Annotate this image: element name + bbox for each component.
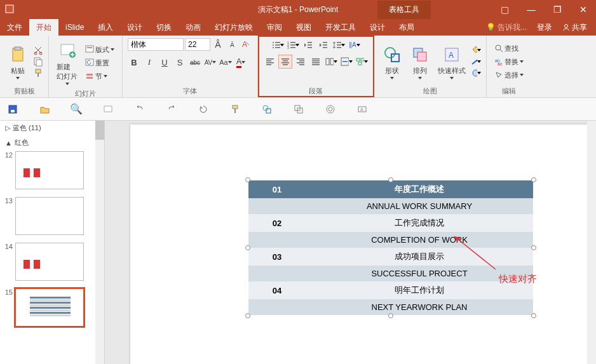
slide-thumb-13[interactable]: 13 <box>0 196 104 241</box>
columns-button[interactable] <box>324 55 338 69</box>
font-size-select[interactable] <box>185 38 210 51</box>
restore-button[interactable]: ❐ <box>545 1 571 18</box>
svg-rect-77 <box>234 109 236 113</box>
qat-redo-icon[interactable] <box>165 103 178 116</box>
selection-handle[interactable] <box>531 245 536 250</box>
tab-animations[interactable]: 动画 <box>179 19 208 36</box>
shape-effects-button[interactable] <box>471 68 481 78</box>
increase-indent-button[interactable] <box>316 38 330 52</box>
tab-table-layout[interactable]: 布局 <box>392 19 421 36</box>
selection-handle[interactable] <box>245 313 250 318</box>
justify-button[interactable] <box>309 55 323 69</box>
change-case-button[interactable]: Aa <box>219 56 232 69</box>
tab-table-design[interactable]: 设计 <box>363 19 392 36</box>
shapes-button[interactable]: 形状 <box>379 42 405 82</box>
canvas-scrollbar[interactable] <box>587 121 596 364</box>
qat-search-icon[interactable]: 🔍 <box>70 103 83 116</box>
tab-view[interactable]: 视图 <box>289 19 318 36</box>
qat-refresh-icon[interactable] <box>197 103 210 116</box>
tell-me[interactable]: 💡 告诉我... <box>481 19 532 36</box>
slide: 01年度工作概述 ANNUAL WORK SUMMARY 02工作完成情况 CO… <box>130 125 596 364</box>
line-spacing-button[interactable] <box>332 38 346 52</box>
find-button[interactable]: 查找 <box>492 43 526 55</box>
slide-thumb-14[interactable]: 14 <box>0 241 104 287</box>
qat-save-icon[interactable] <box>6 103 19 116</box>
copy-button[interactable] <box>33 57 43 67</box>
slide-thumb-12[interactable]: 12 <box>0 150 104 196</box>
cut-button[interactable] <box>33 45 43 55</box>
align-center-button[interactable] <box>278 55 292 69</box>
smartart-button[interactable] <box>355 55 369 69</box>
tab-review[interactable]: 审阅 <box>260 19 289 36</box>
format-painter-button[interactable] <box>33 68 43 78</box>
tab-slideshow[interactable]: 幻灯片放映 <box>208 19 260 36</box>
selection-handle[interactable] <box>245 177 250 182</box>
increase-font-button[interactable]: Â <box>212 38 224 51</box>
quick-access-toolbar: 🔍 A <box>0 98 596 121</box>
align-text-button[interactable] <box>339 55 353 69</box>
shadow-button[interactable]: S <box>173 56 186 69</box>
reset-button[interactable]: 重置 <box>83 57 117 69</box>
shape-fill-button[interactable] <box>471 45 481 55</box>
numbering-button[interactable]: 123 <box>286 38 300 52</box>
qat-undo-icon[interactable] <box>133 103 146 116</box>
arrange-button[interactable]: 排列 <box>407 42 433 82</box>
font-color-button[interactable]: A <box>234 56 247 69</box>
tab-islide[interactable]: iSlide <box>58 20 91 35</box>
decrease-font-button[interactable]: Ǎ <box>226 38 238 51</box>
qat-group-icon[interactable] <box>292 103 305 116</box>
thumbnail-scrollbar[interactable] <box>95 121 104 364</box>
strike-button[interactable]: abc <box>189 56 201 69</box>
login-button[interactable]: 登录 <box>532 19 557 36</box>
tab-transitions[interactable]: 切换 <box>149 19 179 36</box>
selection-handle[interactable] <box>388 177 393 182</box>
selection-handle[interactable] <box>531 177 536 182</box>
shape-outline-button[interactable] <box>471 57 481 67</box>
bullets-button[interactable] <box>271 38 285 52</box>
qat-quick-align-icon[interactable] <box>324 103 337 116</box>
align-right-button[interactable] <box>294 55 308 69</box>
char-spacing-button[interactable]: AV <box>204 56 217 69</box>
slide-thumbnail-panel[interactable]: ▷ 蓝色 (11) ▲ 红色 12 13 14 15 <box>0 121 105 364</box>
qat-shape-icon[interactable] <box>261 103 273 116</box>
share-button[interactable]: 共享 <box>557 19 592 36</box>
underline-button[interactable]: U <box>158 56 171 69</box>
clear-format-button[interactable]: A <box>240 38 252 51</box>
replace-button[interactable]: abac替换 <box>492 56 526 68</box>
qat-open-icon[interactable] <box>38 103 51 116</box>
tab-insert[interactable]: 插入 <box>91 19 120 36</box>
qat-text-box-icon[interactable]: A <box>356 103 369 116</box>
layout-button[interactable]: 版式 <box>83 44 117 56</box>
svg-rect-38 <box>337 47 341 48</box>
select-button[interactable]: 选择 <box>492 69 526 81</box>
tab-file[interactable]: 文件 <box>0 19 29 36</box>
slide-canvas[interactable]: 01年度工作概述 ANNUAL WORK SUMMARY 02工作完成情况 CO… <box>105 121 596 364</box>
text-direction-button[interactable]: ‖A <box>347 38 361 52</box>
minimize-button[interactable]: — <box>518 1 545 18</box>
qat-new-slide-icon[interactable] <box>102 103 114 116</box>
section-blue[interactable]: ▷ 蓝色 (11) <box>0 121 104 135</box>
table-header-1[interactable]: 01 <box>248 180 306 198</box>
svg-rect-44 <box>281 58 289 60</box>
selection-handle[interactable] <box>531 313 536 318</box>
tab-home[interactable]: 开始 <box>29 19 58 36</box>
italic-button[interactable]: I <box>143 56 156 69</box>
bold-button[interactable]: B <box>128 56 140 69</box>
table-header-2[interactable]: 年度工作概述 <box>306 180 533 198</box>
slide-thumb-15[interactable]: 15 <box>0 287 104 333</box>
decrease-indent-button[interactable] <box>301 38 315 52</box>
section-button[interactable]: 节 <box>83 71 117 83</box>
align-left-button[interactable] <box>263 55 277 69</box>
selection-handle[interactable] <box>245 245 250 250</box>
selection-handle[interactable] <box>388 313 393 318</box>
tab-design[interactable]: 设计 <box>120 19 149 36</box>
tab-developer[interactable]: 开发工具 <box>318 19 363 36</box>
font-name-select[interactable] <box>128 38 184 51</box>
paste-button[interactable]: 粘贴 <box>5 42 30 82</box>
new-slide-button[interactable]: 新建 幻灯片 <box>54 38 80 88</box>
section-red[interactable]: ▲ 红色 <box>0 135 104 150</box>
quick-styles-button[interactable]: A快速样式 <box>435 42 468 82</box>
ribbon-options-button[interactable]: ▢ <box>492 1 518 18</box>
qat-format-painter-icon[interactable] <box>229 103 241 116</box>
close-button[interactable]: ✕ <box>571 1 596 18</box>
